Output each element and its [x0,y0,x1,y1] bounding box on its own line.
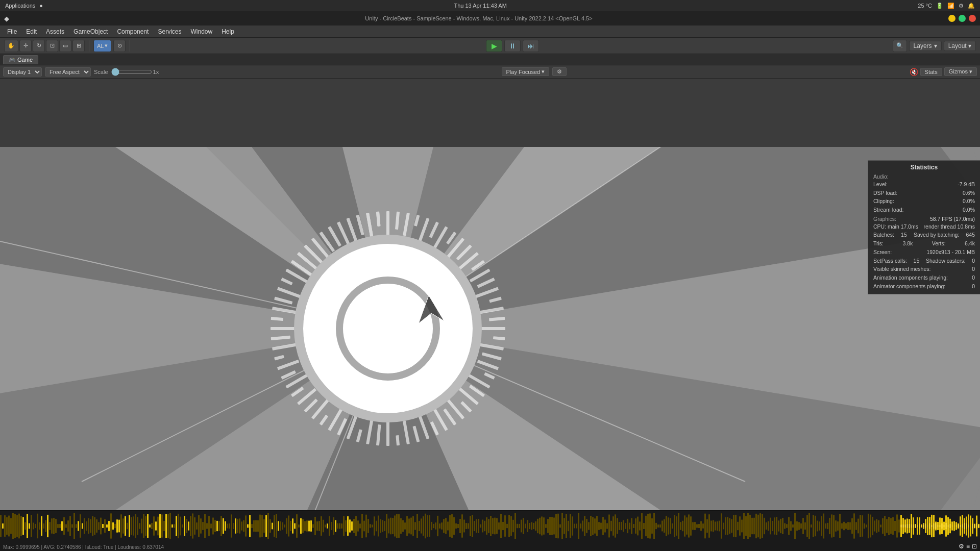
menu-services[interactable]: Services [154,27,185,36]
layers-dropdown[interactable]: Layers ▾ [909,41,942,51]
rotate-tool[interactable]: ↻ [33,40,45,52]
clipping-value: 0.0% [963,197,975,205]
pivot-toggle[interactable]: ⊙ [113,40,126,52]
cpu-row: CPU: main 17.0ms render thread 10.8ms [873,223,975,231]
layers-label: Layers [914,42,932,49]
layers-arrow: ▾ [934,42,937,49]
window-title: Unity - CircleBeats - SampleScene - Wind… [365,15,592,21]
skinned-row: Visible skinned meshes: 0 [873,265,975,273]
step-icon: ⏭ [527,42,534,50]
waveform-icon-1[interactable]: ⚙ [959,543,964,550]
menu-window[interactable]: Window [186,27,216,36]
pivot-button[interactable]: AL ▾ [93,40,111,52]
os-dot: ● [39,3,43,9]
scale-label: Scale [94,69,108,75]
svg-rect-28 [386,211,389,237]
render-value: render thread 10.8ms [924,223,975,231]
viewport [0,147,980,510]
menu-help[interactable]: Help [217,27,238,36]
setpass-label: SetPass calls: [873,257,907,265]
stream-label: Stream load: [873,206,904,214]
display-select[interactable]: Display 1 [3,67,42,77]
stats-button[interactable]: ⚙ [552,67,567,76]
batches-label: Batches: [873,231,894,239]
stats-toggle-label: Stats [925,69,938,75]
audio-level-row: Level: -7.9 dB [873,181,975,188]
menu-gameobject[interactable]: GameObject [69,27,112,36]
stats-toggle-button[interactable]: Stats [920,68,942,76]
clipping-label: Clipping: [873,197,894,205]
fps-value: 58.7 FPS (17.0ms) [930,216,975,222]
move-tool[interactable]: ✛ [19,40,32,52]
waveform-status: Max: 0.9999695 | AVG: 0.2740586 | IsLoud… [3,544,164,550]
os-app-name[interactable]: Applications [5,3,35,9]
separator-2 [130,40,130,52]
waveform-icons: ⚙ ≡ ⊡ [959,543,977,550]
waveform-icon-3[interactable]: ⊡ [972,543,977,550]
pause-icon: ⏸ [509,42,516,50]
game-controls-bar: Display 1 Free Aspect Scale 1x Play Focu… [0,65,980,79]
anim-value: 0 [972,274,975,282]
title-bar: ◆ Unity - CircleBeats - SampleScene - Wi… [0,11,980,26]
aspect-select[interactable]: Free Aspect [45,67,91,77]
stats-title: Statistics [873,164,975,171]
notification-icon: 🔔 [968,3,975,9]
gizmos-label: Gizmos [949,68,968,74]
close-button[interactable] [969,15,976,22]
menu-bar: File Edit Assets GameObject Component Se… [0,26,980,38]
pivot-arrow: ▾ [105,42,108,49]
transform-tool[interactable]: ⊞ [72,40,85,52]
scale-slider[interactable] [111,68,152,76]
level-value: -7.9 dB [958,181,975,188]
shadow-label: Shadow casters: [926,257,966,265]
minimize-button[interactable] [948,15,955,22]
main-content: Statistics Audio: Level: -7.9 dB DSP loa… [0,79,980,551]
os-topbar: Applications ● Thu 13 Apr 11:43 AM 25 °C… [0,0,980,11]
waveform-icon-2[interactable]: ≡ [966,543,970,550]
menu-edit[interactable]: Edit [22,27,41,36]
dsp-label: DSP load: [873,189,897,197]
animator-row: Animator components playing: 0 [873,283,975,290]
batches-row: Batches: 15 Saved by batching: 645 [873,231,975,239]
layout-arrow: ▾ [968,42,971,49]
play-focused-label: Play Focused [506,69,541,75]
maximize-button[interactable] [959,15,966,22]
svg-rect-82 [271,327,296,330]
menu-file[interactable]: File [3,27,21,36]
stats-panel: Statistics Audio: Level: -7.9 dB DSP loa… [868,160,980,294]
tris-row: Tris: 3.8k Verts: 6.4k [873,240,975,247]
step-button[interactable]: ⏭ [523,40,539,52]
background-rays [0,147,980,510]
play-focused-arrow: ▾ [542,68,545,75]
menu-assets[interactable]: Assets [42,27,68,36]
tris-value: 3.8k [902,240,913,247]
animator-label: Animator components playing: [873,283,945,290]
screen-row: Screen: 1920x913 - 20.1 MB [873,248,975,256]
play-focused-button[interactable]: Play Focused ▾ [502,67,550,76]
batches-value: 15 [901,231,907,239]
search-button[interactable]: 🔍 [893,40,907,52]
gizmos-toggle-button[interactable]: Gizmos ▾ [944,67,977,76]
layout-dropdown[interactable]: Layout ▾ [944,41,976,51]
play-button[interactable]: ▶ [486,40,502,52]
scale-tool[interactable]: ⊡ [46,40,58,52]
gizmos-arrow: ▾ [969,68,972,74]
rect-tool[interactable]: ▭ [59,40,71,52]
screen-value: 1920x913 - 20.1 MB [926,248,975,256]
saved-value: 645 [966,231,975,239]
verts-value: 6.4k [965,240,975,247]
unity-icon: ◆ [4,15,9,22]
pause-button[interactable]: ⏸ [504,40,521,52]
os-weather: 25 °C [918,3,932,9]
level-label: Level: [873,181,888,188]
menu-component[interactable]: Component [113,27,153,36]
skinned-value: 0 [972,265,975,273]
audio-label: Audio: [873,173,889,180]
toolbar: ✋ ✛ ↻ ⊡ ▭ ⊞ AL ▾ ⊙ ▶ ⏸ ⏭ 🔍 [0,38,980,54]
battery-icon: 🔋 [936,3,943,9]
game-tab[interactable]: 🎮 Game [3,55,38,64]
hand-tool[interactable]: ✋ [4,40,18,52]
graphics-section: Graphics: 58.7 FPS (17.0ms) [873,216,975,222]
game-tabbar: 🎮 Game [0,54,980,65]
layout-label: Layout [948,42,967,49]
